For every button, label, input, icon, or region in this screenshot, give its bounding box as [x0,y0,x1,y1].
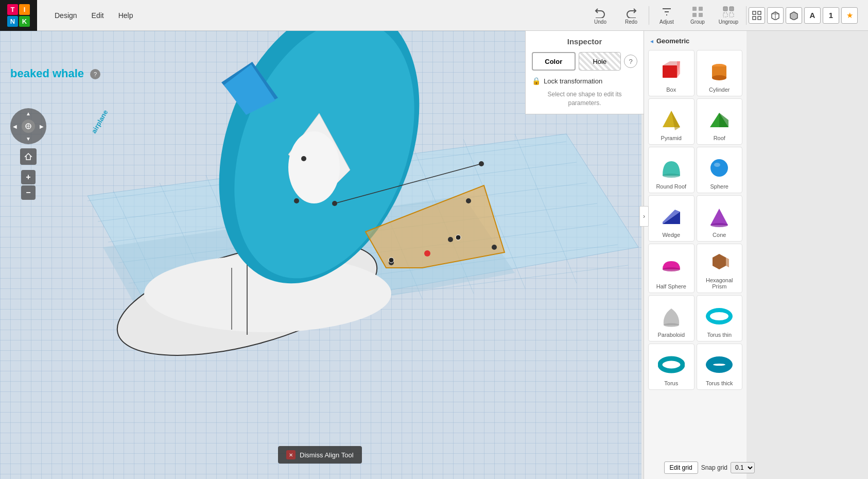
inspector-hint: Select one shape to edit its parameters. [532,90,637,108]
shape-cylinder[interactable]: Cylinder [697,50,743,96]
toolbar: Undo Redo Adjust Group [585,1,863,30]
text-btn[interactable]: A [804,7,821,24]
svg-point-84 [660,358,683,371]
shape-torus-thick[interactable]: Torus thick [697,344,743,390]
svg-rect-10 [753,16,756,20]
shape-paraboloid[interactable]: Paraboloid [648,295,695,341]
ungroup-button[interactable]: Ungroup [713,1,744,30]
project-name: beaked whale [10,67,84,80]
inspector-type-buttons: Color Hole ? [532,52,637,71]
dismiss-label: Dismiss Align Tool [300,451,354,459]
torus-label: Torus [664,380,678,386]
shape-box[interactable]: Box [648,50,695,96]
svg-rect-4 [723,7,727,11]
shape-cone[interactable]: Cone [697,195,743,242]
cube-view-btn[interactable] [767,7,784,24]
menu-design[interactable]: Design [47,0,84,31]
shape-hexagonal-prism[interactable]: Hexagonal Prism [697,244,743,293]
menu-edit[interactable]: Edit [84,0,111,31]
color-button[interactable]: Color [532,52,576,71]
torus-thick-icon [706,351,733,378]
svg-rect-1 [699,7,703,11]
inspector-help-button[interactable]: ? [624,55,637,68]
undo-button[interactable]: Undo [585,1,616,30]
svg-point-50 [301,156,306,161]
lock-transformation-row[interactable]: 🔒 Lock transformation [532,77,637,85]
shape-half-sphere[interactable]: Half Sphere [648,244,695,293]
inspector-title: Inspector [532,37,637,46]
edit-grid-button[interactable]: Edit grid [664,461,698,474]
panel-collapse-button[interactable]: › [639,206,649,227]
star-btn[interactable]: ★ [841,7,858,24]
box-icon [658,58,685,84]
svg-rect-2 [692,13,697,17]
torus-thick-label: Torus thick [706,380,733,386]
menu-help[interactable]: Help [111,0,141,31]
pyramid-label: Pyramid [661,135,682,141]
shapes-grid: Box Cylinder Pyramid [646,50,744,390]
roof-label: Roof [714,135,725,141]
svg-marker-80 [713,254,726,269]
svg-point-47 [424,250,430,256]
wedge-icon [658,203,685,230]
shape-sphere[interactable]: Sphere [697,147,743,193]
svg-point-78 [710,223,728,227]
nav-center[interactable] [22,119,35,133]
svg-point-55 [389,258,394,263]
nav-down-icon: ▼ [26,136,31,142]
shape-wedge[interactable]: Wedge [648,195,695,242]
svg-marker-15 [790,12,797,20]
cylinder-label: Cylinder [709,87,730,93]
shapes-panel: ◂ Geometric Box Cylin [644,31,747,479]
svg-rect-7 [730,13,734,17]
toolbar-separator-2 [746,6,747,25]
svg-point-56 [456,235,461,240]
inspector-panel: Inspector Color Hole ? 🔒 Lock transforma… [525,31,644,114]
svg-point-72 [663,174,680,178]
round-roof-icon [658,155,685,181]
logo-k: K [19,16,30,27]
solid-view-btn[interactable] [786,7,802,24]
home-view-button[interactable] [20,148,37,165]
hexagonal-prism-icon [706,248,733,275]
roof-icon [706,106,733,133]
group-button[interactable]: Group [682,1,713,30]
nav-right-icon: ▶ [40,124,44,129]
dismiss-align-tool-bar[interactable]: ✕ Dismiss Align Tool [278,446,362,464]
undo-label: Undo [594,19,606,25]
svg-marker-81 [726,258,729,267]
nav-left-icon: ◀ [13,124,17,129]
snap-grid-select[interactable]: 0.1 0.5 1 [731,462,755,473]
zoom-in-button[interactable]: + [21,170,36,184]
lock-label: Lock transformation [544,77,602,85]
shape-torus-thin[interactable]: Torus thin [697,295,743,341]
shapes-header-arrow: ◂ [650,38,653,45]
logo-i: I [19,4,30,15]
torus-thin-label: Torus thin [707,332,732,338]
redo-button[interactable]: Redo [616,1,647,30]
nav-up-icon: ▲ [26,111,31,116]
shape-pyramid[interactable]: Pyramid [648,98,695,145]
paraboloid-label: Paraboloid [657,332,685,338]
shape-roof[interactable]: Roof [697,98,743,145]
shape-round-roof[interactable]: Round Roof [648,147,695,193]
menu-bar: Design Edit Help [37,0,151,31]
svg-rect-3 [699,13,703,17]
adjust-button[interactable]: Adjust [651,1,682,30]
orbit-control[interactable]: ▲ ▼ ◀ ▶ [10,108,46,144]
grid-view-btn[interactable] [749,7,765,24]
navigation-controls: ▲ ▼ ◀ ▶ + − [10,108,46,200]
svg-rect-8 [753,11,756,14]
logo[interactable]: T I N K [0,0,37,31]
adjust-label: Adjust [659,19,674,25]
help-button[interactable]: ? [90,69,100,79]
shape-torus[interactable]: Torus [648,344,695,390]
logo-n: N [7,16,18,27]
svg-point-45 [466,198,471,203]
zoom-out-button[interactable]: − [21,185,36,200]
hole-button[interactable]: Hole [579,52,621,71]
group-label: Group [690,19,705,25]
svg-point-41 [288,131,340,203]
view-icons: A 1 ★ [749,7,858,24]
count-btn[interactable]: 1 [823,7,839,24]
